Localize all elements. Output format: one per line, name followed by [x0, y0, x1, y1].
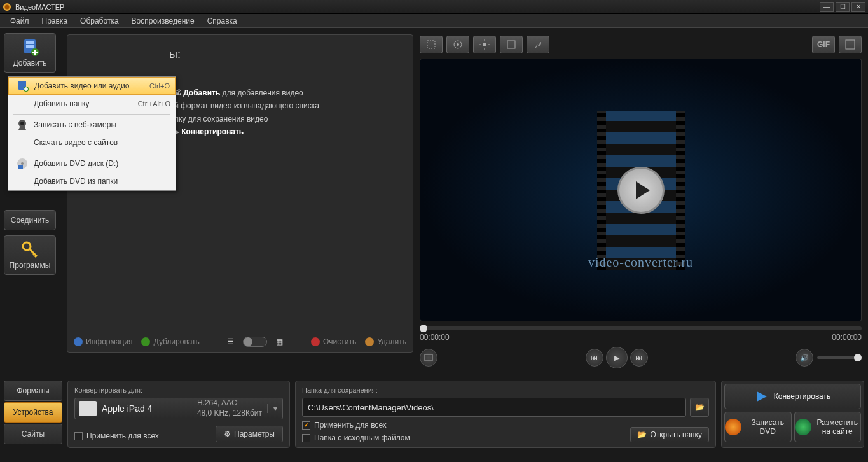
globe-icon	[795, 419, 811, 435]
menu-playback[interactable]: Воспроизведение	[125, 15, 201, 27]
folder-label: Папка для сохранения:	[302, 386, 709, 394]
close-button[interactable]: ✕	[851, 2, 865, 12]
text-button[interactable]	[500, 36, 523, 53]
tab-sites[interactable]: Сайты	[4, 424, 62, 444]
brightness-button[interactable]	[473, 36, 496, 53]
svg-rect-23	[846, 40, 855, 49]
dropdown-dvd-disk[interactable]: Добавить DVD диск (D:)	[8, 155, 176, 172]
volume-slider[interactable]	[817, 356, 862, 359]
film-plus-icon	[21, 38, 39, 56]
volume-thumb[interactable]	[854, 354, 862, 361]
info-button[interactable]: Информация	[74, 337, 132, 346]
convert-panel: Конвертировать для: Apple iPad 4 H.264, …	[67, 381, 290, 448]
maximize-button[interactable]: ☐	[836, 2, 850, 12]
device-name: Apple iPad 4	[102, 403, 192, 414]
progress-thumb[interactable]	[420, 325, 427, 332]
clear-icon	[311, 337, 320, 346]
clear-button[interactable]: Очистить	[311, 337, 356, 346]
connect-label: Соединить	[11, 216, 50, 225]
effects-button[interactable]	[446, 36, 469, 53]
apply-all-checkbox[interactable]: Применить для всех	[74, 431, 159, 440]
connect-button[interactable]: Соединить	[4, 210, 56, 230]
svg-point-1	[5, 4, 10, 9]
duplicate-icon	[141, 337, 150, 346]
publish-button[interactable]: Разместить на сайте	[794, 412, 862, 442]
programs-button[interactable]: Программы	[4, 235, 56, 275]
checkbox-icon: ✔	[302, 421, 310, 430]
time-current: 00:00:00	[420, 333, 450, 342]
app-icon	[3, 3, 11, 11]
crop-icon	[426, 39, 436, 50]
svg-rect-14	[427, 41, 435, 48]
svg-rect-3	[26, 41, 34, 44]
dropdown-download[interactable]: Скачать видео с сайтов	[8, 134, 176, 151]
svg-rect-24	[425, 354, 432, 361]
play-button[interactable]: ▶	[606, 347, 628, 368]
dropdown-webcam[interactable]: Записать с веб-камеры	[8, 116, 176, 134]
volume-button[interactable]: 🔊	[796, 349, 813, 367]
open-folder-button[interactable]: 📂Открыть папку	[630, 427, 709, 442]
info-icon	[74, 337, 83, 346]
crop-button[interactable]	[420, 36, 443, 53]
add-label: Добавить	[13, 59, 46, 67]
svg-rect-4	[26, 45, 34, 48]
playback-controls: ⏮ ▶ ⏭ 🔊	[420, 347, 862, 368]
disc-icon	[725, 419, 741, 435]
dropdown-add-video[interactable]: Добавить видео или аудио Ctrl+O	[8, 77, 176, 95]
grid-icon[interactable]: ▦	[276, 337, 283, 346]
actions-panel: Конвертировать Записать DVD Разместить н…	[721, 381, 864, 448]
fullscreen-button[interactable]	[839, 36, 862, 53]
convert-button[interactable]: Конвертировать	[724, 384, 861, 409]
play-icon	[617, 167, 665, 214]
tab-devices[interactable]: Устройства	[4, 402, 62, 423]
menu-help[interactable]: Справка	[201, 15, 244, 27]
dvd-icon	[13, 157, 31, 170]
prev-button[interactable]: ⏮	[586, 349, 603, 367]
steps-title: ы:	[169, 48, 400, 61]
svg-point-17	[483, 43, 486, 46]
browse-button[interactable]: 📂	[690, 398, 709, 417]
delete-button[interactable]: Удалить	[365, 337, 406, 346]
add-button[interactable]: Добавить	[4, 33, 56, 73]
folder-panel: Папка для сохранения: 📂 ✔Применить для в…	[295, 381, 716, 448]
image-icon	[424, 353, 433, 362]
run-icon	[533, 39, 543, 50]
dropdown-separator	[13, 153, 170, 153]
dropdown-dvd-folder[interactable]: Добавить DVD из папки	[8, 172, 176, 190]
burn-dvd-button[interactable]: Записать DVD	[724, 412, 792, 442]
speed-button[interactable]	[527, 36, 549, 53]
add-dropdown: Добавить видео или аудио Ctrl+O Добавить…	[8, 76, 176, 191]
video-preview[interactable]: video-converter.ru	[420, 59, 862, 321]
params-button[interactable]: ⚙Параметры	[216, 426, 283, 442]
menu-file[interactable]: Файл	[4, 15, 36, 27]
folder-icon: 📂	[695, 403, 705, 412]
programs-label: Программы	[10, 261, 51, 270]
progress-bar[interactable]	[420, 326, 862, 330]
ipad-icon	[79, 401, 97, 416]
snapshot-button[interactable]	[420, 349, 437, 367]
dropdown-add-folder[interactable]: Добавить папку Ctrl+Alt+O	[8, 95, 176, 113]
next-button[interactable]: ⏭	[630, 349, 648, 367]
device-select[interactable]: Apple iPad 4 H.264, AAC48,0 KHz, 128Кбит…	[74, 398, 283, 419]
app-title: ВидеоМАСТЕР	[15, 3, 818, 11]
list-icon[interactable]: ☰	[227, 337, 234, 346]
menu-process[interactable]: Обработка	[74, 15, 125, 27]
svg-rect-22	[507, 41, 515, 48]
gear-icon: ⚙	[224, 430, 231, 438]
fullscreen-icon	[845, 39, 855, 50]
play-arrow-icon	[755, 389, 769, 403]
view-toggle[interactable]	[243, 337, 267, 347]
content-toolbar: Информация Дублировать ☰ ▦ Очистить Удал…	[74, 337, 406, 347]
duplicate-button[interactable]: Дублировать	[141, 337, 199, 346]
tab-formats[interactable]: Форматы	[4, 381, 62, 401]
path-input[interactable]	[302, 398, 686, 417]
chevron-down-icon: ▾	[267, 404, 279, 413]
menu-edit[interactable]: Правка	[36, 15, 74, 27]
gif-button[interactable]: GIF	[812, 36, 835, 53]
webcam-icon	[13, 118, 31, 131]
sun-icon	[479, 39, 490, 50]
film-plus-icon	[14, 80, 32, 92]
svg-point-12	[21, 162, 24, 165]
video-toolbar: GIF	[420, 34, 862, 55]
minimize-button[interactable]: —	[820, 2, 834, 12]
